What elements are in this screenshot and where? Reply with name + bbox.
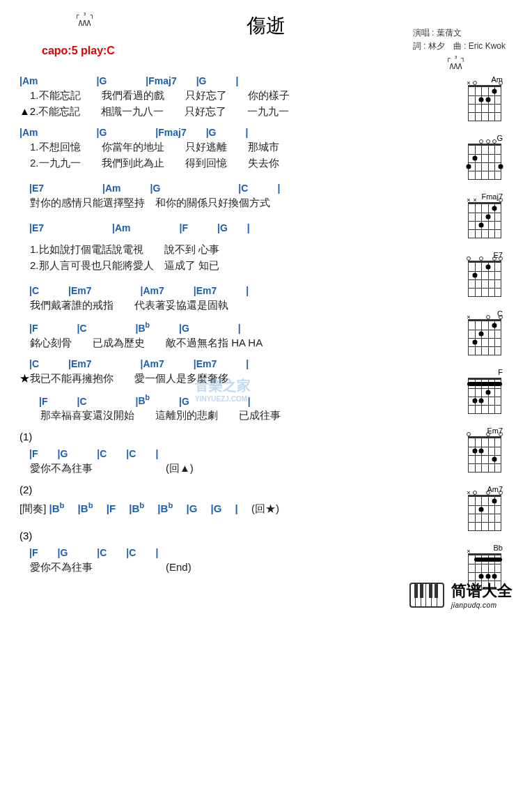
lyricist-label: 詞 : <box>413 41 428 51</box>
song-title: 傷逝 <box>247 13 285 39</box>
footer-logo: 简谱大全 jianpudq.com <box>409 581 513 609</box>
chord-diagram-g: G <box>462 134 504 180</box>
piano-icon <box>409 583 444 608</box>
chord-diagram-c: C × <box>462 309 504 355</box>
header: ┌ ³ ┐ ΛΛΛ 傷逝 演唱 : 葉蒨文 詞 : 林夕 曲 : Eric Kw… <box>19 13 513 75</box>
lyricist: 林夕 <box>428 41 445 51</box>
ending-2-label: (2) <box>19 484 455 495</box>
bridge-2: |E7 |Am |F |G | 1.比如說打個電話說電視 說不到 心事 2.那人… <box>19 222 455 272</box>
chord-diagram-f: F <box>462 368 504 414</box>
strum-pattern-left: ┌ ³ ┐ ΛΛΛ <box>75 13 94 27</box>
capo-instruction: capo:5 play:C <box>42 45 115 57</box>
footer-brand: 简谱大全 <box>451 582 513 599</box>
performer-label: 演唱 : <box>413 28 437 38</box>
chorus-1: |C |Em7 |Am7 |Em7 | 我們戴著誰的戒指 代表著妥協還是固執 <box>19 285 455 312</box>
chord-diagram-e7: E7 <box>462 251 504 297</box>
footer-url: jianpudq.com <box>451 601 513 609</box>
chord-diagram-fmaj7: Fmaj7 ×× <box>462 192 504 238</box>
credits: 演唱 : 葉蒨文 詞 : 林夕 曲 : Eric Kwok <box>413 26 506 53</box>
ending-3: |F |G |C |C | 愛你不為往事 (End) <box>19 547 455 574</box>
chord-diagram-em7: Em7 <box>462 426 504 472</box>
ending-2: [間奏] |Bb |Bb |F |Bb |Bb |G |G | (回★) <box>19 501 455 516</box>
chorus-4: |F |C |Bb |G | 那幸福喜宴還沒開始 這離別的悲劇 已成往事 <box>19 394 455 423</box>
ending-1: |F |G |C |C | 愛你不為往事 (回▲) <box>19 448 455 475</box>
chord-diagram-am: Am × <box>462 75 504 121</box>
chorus-3: |C |Em7 |Am7 |Em7 | ★我已不能再擁抱你 愛一個人是多麼奢侈 <box>19 358 455 385</box>
ending-1-label: (1) <box>19 431 455 443</box>
ending-3-label: (3) <box>19 530 455 541</box>
chorus-2: |F |C |Bb |G | 銘心刻骨 已成為歷史 敵不過無名指 HA HA <box>19 321 455 350</box>
strum-pattern-right: ┌ ³ ┐ ΛΛΛ <box>446 56 465 70</box>
verse-2: |Am |G |Fmaj7 |G | 1.不想回憶 你當年的地址 只好逃離 那城… <box>19 127 455 170</box>
chord-diagram-am7: Am7 × <box>462 485 504 531</box>
performer: 葉蒨文 <box>437 28 462 38</box>
verse-1: |Am |G |Fmaj7 |G | 1.不能忘記 我們看過的戲 只好忘了 你的… <box>19 75 455 118</box>
composer-label: 曲 : <box>453 41 469 51</box>
bridge-1: |E7 |Am |G |C | 對你的感情只能選擇堅持 和你的關係只好換個方式 <box>19 183 455 210</box>
composer: Eric Kwok <box>469 41 506 51</box>
chord-diagrams: Am × G Fmaj7 <box>462 75 513 602</box>
main-content: |Am |G |Fmaj7 |G | 1.不能忘記 我們看過的戲 只好忘了 你的… <box>19 75 462 602</box>
